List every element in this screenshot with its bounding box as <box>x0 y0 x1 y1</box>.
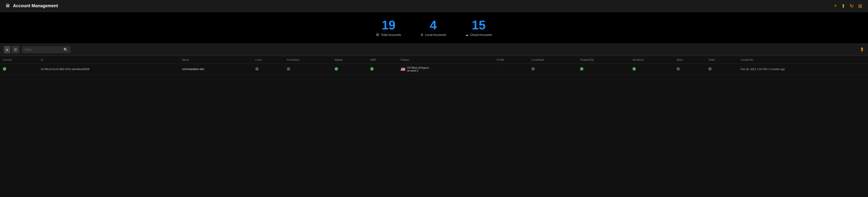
cloud-accounts-label: ☁ Cloud Accounts <box>465 33 492 37</box>
filter-container: 🔍 <box>22 47 70 53</box>
table-header-row: Current Id Name Local Production Algolia… <box>0 56 868 64</box>
col-created-at: Created At <box>738 56 868 64</box>
cloud-accounts-number: 15 <box>472 19 486 31</box>
stat-total-accounts: 19 🏛 Total Accounts <box>376 19 401 37</box>
bank-icon: 🏛 <box>6 3 10 8</box>
filter-input[interactable] <box>25 48 62 52</box>
col-algolia: Algolia <box>332 56 367 64</box>
local-accounts-number: 4 <box>430 19 437 31</box>
toolbar: ≡ ⊞ 🔍 ⬆ <box>0 44 868 56</box>
stat-local-accounts: 4 🖥 Local Accounts <box>420 19 446 37</box>
bank-stat-icon: 🏛 <box>376 33 379 37</box>
col-localstack: LocalStack <box>529 56 577 64</box>
upload-icon[interactable]: ⬆ <box>841 3 845 9</box>
stats-bar: 19 🏛 Total Accounts 4 🖥 Local Accounts 1… <box>0 12 868 44</box>
total-accounts-label: 🏛 Total Accounts <box>376 33 401 37</box>
cell-id: 5c79fe10-5cc8-4f60-8762-a0e48ac68508 <box>38 64 179 75</box>
cell-profile: - <box>494 64 529 75</box>
cell-local <box>252 64 284 75</box>
col-profile: Profile <box>494 56 529 64</box>
col-current: Current <box>0 56 38 64</box>
region-flag: 🇺🇸 <box>401 67 405 72</box>
view-toggle: ≡ ⊞ <box>4 46 19 53</box>
header-left: 🏛 Account Management <box>6 3 58 8</box>
grid-view-button[interactable]: ⊞ <box>12 46 19 53</box>
cloud-icon: ☁ <box>465 33 469 37</box>
notes-icon[interactable]: ⊞ <box>858 3 862 9</box>
col-sendgrid: SendGrid <box>629 56 674 64</box>
header-icons: + ⬆ ↻ ⊞ <box>834 3 862 9</box>
col-aws: AWS <box>367 56 398 64</box>
col-name: Name <box>179 56 252 64</box>
col-slack: Slack <box>674 56 705 64</box>
status-dot-green <box>335 67 338 71</box>
search-button[interactable]: 🔍 <box>63 48 68 52</box>
cell-postgresql <box>577 64 629 75</box>
status-dot-gray <box>255 67 259 71</box>
stat-cloud-accounts: 15 ☁ Cloud Accounts <box>465 19 492 37</box>
cell-production <box>284 64 332 75</box>
col-production: Production <box>284 56 332 64</box>
col-id: Id <box>38 56 179 64</box>
cell-sendgrid <box>629 64 674 75</box>
status-dot-green <box>370 67 374 71</box>
download-icon[interactable]: ⬆ <box>860 47 864 53</box>
app-header: 🏛 Account Management + ⬆ ↻ ⊞ <box>0 0 868 12</box>
app-title: Account Management <box>13 3 58 8</box>
cell-name: commandeer-dev <box>179 64 252 75</box>
cell-region: 🇺🇸US West (Oregon) - us-west-2 <box>398 64 494 75</box>
cell-algolia <box>332 64 367 75</box>
status-dot-green <box>632 67 636 71</box>
total-accounts-number: 19 <box>381 19 396 31</box>
cell-created-at: Feb 26, 2021 1:31 PM | 2 months ago <box>738 64 868 75</box>
region-text: US West (Oregon) - us-west-2 <box>407 66 432 72</box>
status-dot-gray <box>531 67 535 71</box>
add-icon[interactable]: + <box>834 3 837 9</box>
table-row[interactable]: 5c79fe10-5cc8-4f60-8762-a0e48ac68508comm… <box>0 64 868 75</box>
col-twilio: Twilio <box>705 56 738 64</box>
col-local: Local <box>252 56 284 64</box>
toolbar-right: ⬆ <box>860 47 864 53</box>
local-accounts-label: 🖥 Local Accounts <box>420 33 446 37</box>
cell-twilio <box>705 64 738 75</box>
cell-localstack <box>529 64 577 75</box>
cell-slack <box>674 64 705 75</box>
accounts-table-container: Current Id Name Local Production Algolia… <box>0 56 868 75</box>
cell-aws <box>367 64 398 75</box>
list-view-button[interactable]: ≡ <box>4 46 10 53</box>
status-dot-gray <box>677 67 680 71</box>
status-dot-gray <box>287 67 290 71</box>
toolbar-left: ≡ ⊞ 🔍 <box>4 46 70 53</box>
col-region: Region <box>398 56 494 64</box>
region-content: 🇺🇸US West (Oregon) - us-west-2 <box>401 66 432 72</box>
refresh-icon[interactable]: ↻ <box>850 3 854 9</box>
status-dot-gray <box>708 67 712 71</box>
status-dot-green <box>3 67 6 71</box>
accounts-table: Current Id Name Local Production Algolia… <box>0 56 868 75</box>
cell-current <box>0 64 38 75</box>
col-postgresql: PostgreSQL <box>577 56 629 64</box>
status-dot-green <box>580 67 583 71</box>
monitor-icon: 🖥 <box>420 33 424 37</box>
